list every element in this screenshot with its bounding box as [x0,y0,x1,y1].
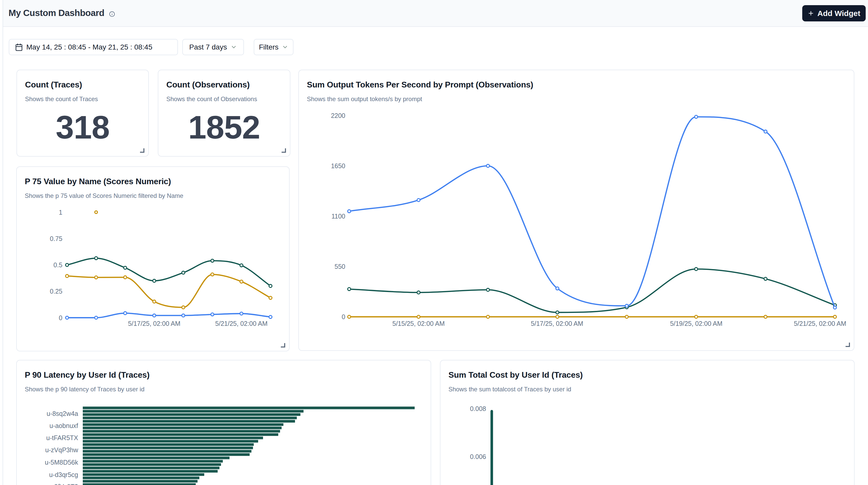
svg-text:u-5M8D56k: u-5M8D56k [45,459,79,466]
svg-text:550: 550 [335,263,345,270]
svg-text:1: 1 [59,209,62,216]
svg-text:0.008: 0.008 [470,405,486,412]
svg-text:u-d3qr5cg: u-d3qr5cg [49,471,78,478]
svg-text:0.25: 0.25 [50,287,62,295]
svg-text:0.75: 0.75 [50,235,62,242]
svg-text:u-tFAR5TX: u-tFAR5TX [46,434,78,442]
svg-text:5/21/25, 02:00 AM: 5/21/25, 02:00 AM [215,320,268,327]
svg-text:0: 0 [342,313,345,321]
svg-text:5/17/25, 02:00 AM: 5/17/25, 02:00 AM [531,320,583,327]
svg-text:0.006: 0.006 [470,453,486,460]
svg-text:5/17/25, 02:00 AM: 5/17/25, 02:00 AM [128,320,181,327]
svg-text:0: 0 [59,314,62,322]
svg-text:u-zVqP3hw: u-zVqP3hw [45,446,79,454]
svg-text:5/19/25, 02:00 AM: 5/19/25, 02:00 AM [670,320,722,327]
svg-text:1100: 1100 [331,213,345,220]
svg-text:0.5: 0.5 [53,261,62,269]
svg-text:5/21/25, 02:00 AM: 5/21/25, 02:00 AM [794,320,846,327]
svg-text:u-8sq2w4a: u-8sq2w4a [47,410,78,417]
svg-text:u-aobnuxf: u-aobnuxf [50,422,78,429]
svg-text:2200: 2200 [331,112,345,119]
svg-text:5/15/25, 02:00 AM: 5/15/25, 02:00 AM [393,320,445,327]
svg-text:u-8fVa9T3: u-8fVa9T3 [49,483,78,485]
svg-text:1650: 1650 [331,162,345,170]
